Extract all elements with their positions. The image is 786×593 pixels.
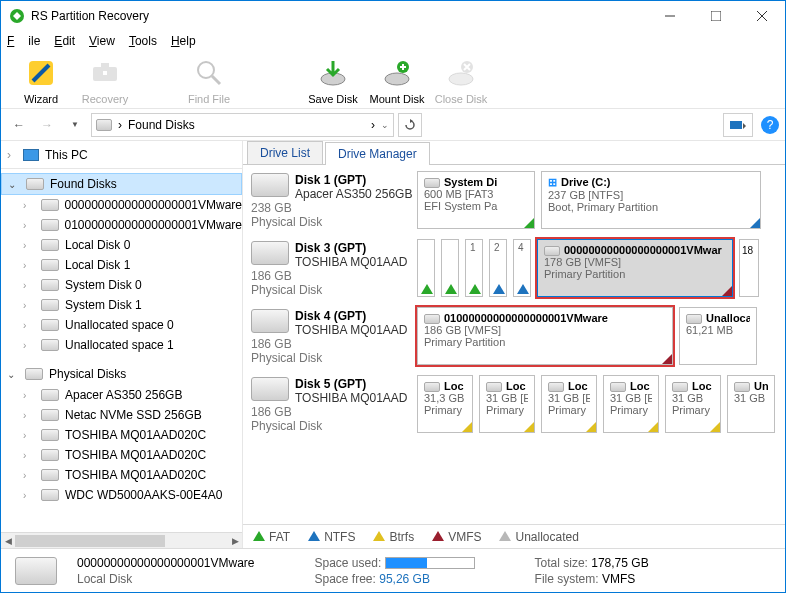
chevron-right-icon[interactable]: › <box>23 240 35 251</box>
disk-card[interactable]: Disk 5 (GPT)TOSHIBA MQ01AAD186 GBPhysica… <box>249 375 417 433</box>
nav-back-button[interactable]: ← <box>7 113 31 137</box>
tree-item[interactable]: ›00000000000000000001VMware <box>1 195 242 215</box>
legend-fat-icon <box>253 531 265 541</box>
refresh-button[interactable] <box>398 113 422 137</box>
partition[interactable]: 01000000000000000001VMware186 GB [VMFS]P… <box>417 307 673 365</box>
tree-item[interactable]: ›Local Disk 0 <box>1 235 242 255</box>
tree-item[interactable]: ›TOSHIBA MQ01AAD020C <box>1 425 242 445</box>
partition[interactable]: Loc31 GB [EPrimary <box>603 375 659 433</box>
tree-item[interactable]: ›Local Disk 1 <box>1 255 242 275</box>
sidebar-scrollbar[interactable]: ◀ ▶ <box>1 532 242 548</box>
scrollbar-thumb[interactable] <box>15 535 165 547</box>
partition[interactable]: 18 <box>739 239 759 297</box>
menu-view[interactable]: View <box>89 34 115 48</box>
disk-card[interactable]: Disk 4 (GPT)TOSHIBA MQ01AAD186 GBPhysica… <box>249 307 417 365</box>
partition-selected[interactable]: 00000000000000000001VMwar178 GB [VMFS]Pr… <box>537 239 733 297</box>
chevron-right-icon[interactable]: › <box>23 280 35 291</box>
view-mode-button[interactable] <box>723 113 753 137</box>
tree-item[interactable]: ›Unallocated space 1 <box>1 335 242 355</box>
chevron-down-icon[interactable]: ⌄ <box>7 369 19 380</box>
closedisk-button: Close Disk <box>429 57 493 105</box>
chevron-right-icon[interactable]: › <box>23 200 35 211</box>
chevron-right-icon[interactable]: › <box>23 340 35 351</box>
breadcrumb[interactable]: › Found Disks › ⌄ <box>91 113 394 137</box>
chevron-right-icon[interactable]: › <box>23 410 35 421</box>
chevron-right-icon[interactable]: › <box>23 470 35 481</box>
partition[interactable]: Loc31 GB [EPrimary <box>541 375 597 433</box>
disk-icon <box>41 409 59 421</box>
partition-thin[interactable]: 2 <box>489 239 507 297</box>
tab-drive-manager[interactable]: Drive Manager <box>325 142 430 165</box>
view-icon <box>730 119 746 131</box>
chevron-right-icon[interactable]: › <box>23 260 35 271</box>
partition[interactable]: Loc31 GBPrimary <box>665 375 721 433</box>
disk-card[interactable]: Disk 3 (GPT)TOSHIBA MQ01AAD186 GBPhysica… <box>249 239 417 297</box>
disk-icon <box>41 449 59 461</box>
partition-thin[interactable] <box>417 239 435 297</box>
tree-item[interactable]: ›TOSHIBA MQ01AAD020C <box>1 445 242 465</box>
disk-icon <box>548 382 564 392</box>
sidebar-this-pc[interactable]: › This PC <box>1 141 242 169</box>
chevron-down-icon[interactable]: ⌄ <box>381 120 389 130</box>
menu-file[interactable]: File <box>7 34 40 48</box>
nav-history-button[interactable]: ▼ <box>63 113 87 137</box>
svg-point-12 <box>385 73 409 85</box>
wizard-button[interactable]: Wizard <box>9 57 73 105</box>
chevron-right-icon[interactable]: › <box>23 430 35 441</box>
disk-icon <box>41 279 59 291</box>
partition-thin[interactable] <box>441 239 459 297</box>
fs-indicator <box>722 286 732 296</box>
partition[interactable]: System Di600 MB [FAT3EFI System Pa <box>417 171 535 229</box>
svg-point-14 <box>449 73 473 85</box>
help-button[interactable]: ? <box>761 116 779 134</box>
tree-item[interactable]: ›System Disk 1 <box>1 295 242 315</box>
scroll-left-icon[interactable]: ◀ <box>1 533 15 549</box>
partition-thin[interactable]: 1 <box>465 239 483 297</box>
disk-icon <box>41 489 59 501</box>
mountdisk-button[interactable]: Mount Disk <box>365 57 429 105</box>
tree-item[interactable]: ›System Disk 0 <box>1 275 242 295</box>
chevron-right-icon[interactable]: › <box>23 320 35 331</box>
menu-tools[interactable]: Tools <box>129 34 157 48</box>
partition[interactable]: Unal31 GB <box>727 375 775 433</box>
partition[interactable]: Unallocat61,21 MB <box>679 307 757 365</box>
tree-item[interactable]: ›WDC WD5000AAKS-00E4A0 <box>1 485 242 505</box>
chevron-right-icon[interactable]: › <box>23 220 35 231</box>
partition[interactable]: Loc31,3 GBPrimary <box>417 375 473 433</box>
breadcrumb-sep: › <box>118 118 122 132</box>
partition[interactable]: Loc31 GB [EPrimary <box>479 375 535 433</box>
refresh-icon <box>404 119 416 131</box>
minimize-button[interactable] <box>647 1 693 31</box>
savedisk-button[interactable]: Save Disk <box>301 57 365 105</box>
tab-drive-list[interactable]: Drive List <box>247 141 323 164</box>
fs-indicator <box>493 284 505 294</box>
partition[interactable]: ⊞Drive (C:)237 GB [NTFS]Boot, Primary Pa… <box>541 171 761 229</box>
tree-group[interactable]: ⌄Found Disks <box>1 173 242 195</box>
disk-icon <box>25 368 43 380</box>
tree-item[interactable]: ›Unallocated space 0 <box>1 315 242 335</box>
filesystem-value: VMFS <box>602 572 635 586</box>
menu-edit[interactable]: Edit <box>54 34 75 48</box>
tree-item[interactable]: ›01000000000000000001VMware <box>1 215 242 235</box>
chevron-right-icon[interactable]: › <box>23 390 35 401</box>
menu-help[interactable]: Help <box>171 34 196 48</box>
chevron-down-icon[interactable]: ⌄ <box>8 179 20 190</box>
tabs: Drive List Drive Manager <box>243 141 785 165</box>
chevron-right-icon[interactable]: › <box>23 450 35 461</box>
findfile-button: Find File <box>177 57 241 105</box>
chevron-right-icon[interactable]: › <box>23 490 35 501</box>
tree-item[interactable]: ›Netac NVMe SSD 256GB <box>1 405 242 425</box>
disk-icon <box>251 377 289 401</box>
scroll-right-icon[interactable]: ▶ <box>228 533 242 549</box>
tree-item[interactable]: ›Apacer AS350 256GB <box>1 385 242 405</box>
disk-card[interactable]: Disk 1 (GPT)Apacer AS350 256GB238 GBPhys… <box>249 171 417 229</box>
close-button[interactable] <box>739 1 785 31</box>
tree-item[interactable]: ›TOSHIBA MQ01AAD020C <box>1 465 242 485</box>
partition-thin[interactable]: 4 <box>513 239 531 297</box>
maximize-button[interactable] <box>693 1 739 31</box>
disk-icon <box>734 382 750 392</box>
nav-forward-button[interactable]: → <box>35 113 59 137</box>
chevron-right-icon[interactable]: › <box>23 300 35 311</box>
disk-icon <box>41 319 59 331</box>
tree-group[interactable]: ⌄Physical Disks <box>1 363 242 385</box>
